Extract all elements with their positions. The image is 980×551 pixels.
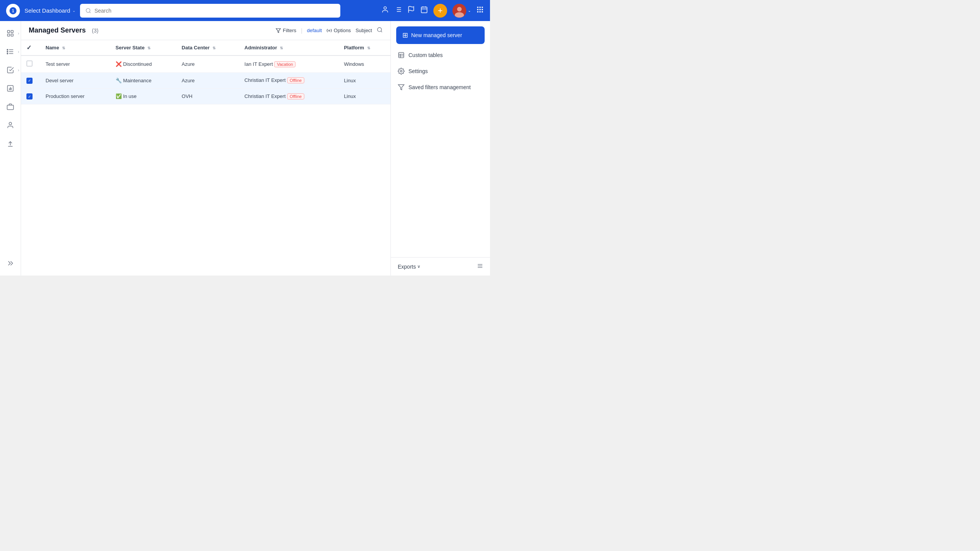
chevron-down-icon: ⌄: [72, 8, 75, 13]
expand-icon: ›: [18, 68, 19, 72]
sort-icon: ⇅: [147, 46, 150, 50]
calendar-icon[interactable]: [420, 6, 428, 15]
svg-rect-11: [421, 7, 427, 13]
sidebar-item-dashboard[interactable]: ›: [2, 25, 19, 42]
svg-rect-38: [7, 105, 14, 110]
row-data-center: Azure: [176, 55, 239, 73]
sidebar-item-upload[interactable]: [2, 135, 19, 152]
options-label: Options: [334, 28, 351, 33]
svg-point-40: [9, 122, 12, 125]
svg-point-2: [86, 8, 90, 12]
expand-icon: ›: [18, 31, 19, 36]
divider: |: [301, 28, 302, 34]
saved-filters-icon: [398, 84, 405, 91]
svg-point-16: [457, 7, 462, 11]
plus-icon: ⊞: [402, 31, 408, 39]
add-button[interactable]: +: [433, 4, 447, 18]
saved-filters-label: Saved filters management: [408, 84, 471, 90]
main-content: Managed Servers (3) Filters | default Op…: [21, 21, 390, 276]
sidebar-collapse-button[interactable]: [2, 255, 19, 272]
row-data-center: OVH: [176, 88, 239, 104]
custom-tables-label: Custom tables: [408, 52, 443, 58]
row-name: Production server: [40, 88, 110, 104]
topbar: 1 Select Dashboard ⌄: [0, 0, 490, 21]
select-all-header[interactable]: ✓: [21, 40, 40, 55]
page-title: Managed Servers: [29, 26, 86, 34]
row-checkbox[interactable]: ✓: [26, 93, 33, 99]
options-button[interactable]: Options: [327, 28, 351, 33]
sidebar-item-person[interactable]: [2, 117, 19, 134]
row-data-center: Azure: [176, 73, 239, 89]
dashboard-selector[interactable]: Select Dashboard ⌄: [24, 7, 75, 14]
saved-filters-item[interactable]: Saved filters management: [391, 79, 490, 95]
user-avatar-wrapper[interactable]: ⌄: [452, 4, 471, 18]
svg-rect-20: [482, 7, 483, 8]
svg-rect-26: [482, 11, 483, 12]
avatar: [452, 4, 466, 18]
col-name[interactable]: Name ⇅: [40, 40, 110, 55]
svg-rect-25: [479, 11, 480, 12]
row-admin: Ian IT Expert Vacation: [239, 55, 339, 73]
sort-icon: ⇅: [280, 46, 283, 50]
new-server-button[interactable]: ⊞ New managed server: [396, 26, 485, 44]
flag-icon[interactable]: [407, 6, 415, 15]
settings-label: Settings: [408, 68, 428, 74]
grid-icon[interactable]: [476, 6, 484, 15]
table-container: ✓ Name ⇅ Server State ⇅ Data Center ⇅: [21, 40, 390, 276]
filter-icon[interactable]: [394, 6, 402, 15]
row-platform: Linux: [338, 73, 390, 89]
subject-button[interactable]: Subject: [356, 28, 372, 33]
search-input[interactable]: [95, 8, 335, 14]
left-sidebar: › › ›: [0, 21, 21, 276]
svg-rect-19: [479, 7, 480, 8]
page-count: (3): [92, 28, 98, 34]
svg-point-34: [7, 49, 8, 51]
row-checkbox-cell[interactable]: [21, 55, 40, 73]
svg-point-3: [384, 7, 387, 10]
settings-item[interactable]: Settings: [391, 63, 490, 79]
col-administrator[interactable]: Administrator ⇅: [239, 40, 339, 55]
search-button[interactable]: [377, 27, 383, 34]
svg-rect-21: [477, 9, 479, 10]
svg-rect-22: [479, 9, 480, 10]
row-state: ❌ Discontinued: [110, 55, 176, 73]
sidebar-item-briefcase[interactable]: [2, 98, 19, 115]
row-checkbox[interactable]: ✓: [26, 78, 33, 84]
svg-point-44: [377, 28, 382, 32]
custom-tables-item[interactable]: Custom tables: [391, 47, 490, 63]
filter-icon: [276, 28, 281, 33]
panel-collapse-icon[interactable]: [477, 263, 483, 270]
svg-rect-30: [11, 34, 13, 36]
search-bar: [80, 4, 340, 18]
row-checkbox-cell[interactable]: ✓: [21, 73, 40, 89]
exports-label: Exports: [398, 264, 416, 270]
col-platform[interactable]: Platform ⇅: [338, 40, 390, 55]
row-platform: Windows: [338, 55, 390, 73]
right-panel: ⊞ New managed server Custom tables Setti…: [390, 21, 490, 276]
sidebar-item-list[interactable]: ›: [2, 43, 19, 60]
row-name: Devel server: [40, 73, 110, 89]
header-actions: Filters | default Options Subject: [276, 27, 383, 34]
filter-default[interactable]: default: [307, 28, 322, 33]
topbar-right: + ⌄: [381, 4, 484, 18]
col-data-center[interactable]: Data Center ⇅: [176, 40, 239, 55]
col-server-state[interactable]: Server State ⇅: [110, 40, 176, 55]
user-icon[interactable]: [381, 6, 389, 15]
row-name: Test server: [40, 55, 110, 73]
row-checkbox-cell[interactable]: ✓: [21, 88, 40, 104]
sidebar-item-tasks[interactable]: ›: [2, 62, 19, 78]
sidebar-item-reports[interactable]: [2, 80, 19, 97]
filters-button[interactable]: Filters: [276, 28, 296, 33]
options-icon: [327, 28, 332, 33]
dashboard-label: Select Dashboard: [24, 7, 70, 14]
expand-icon: ›: [18, 50, 19, 54]
app-logo[interactable]: 1: [6, 4, 20, 18]
panel-footer: Exports ∨: [391, 257, 490, 276]
filter-label: Filters: [283, 28, 296, 33]
table-row: Test server ❌ Discontinued Azure Ian IT …: [21, 55, 390, 73]
row-state: 🔧 Maintenance: [110, 73, 176, 89]
svg-point-49: [400, 70, 402, 72]
row-checkbox[interactable]: [26, 60, 33, 67]
search-icon: [85, 8, 91, 14]
exports-button[interactable]: Exports ∨: [398, 264, 420, 270]
